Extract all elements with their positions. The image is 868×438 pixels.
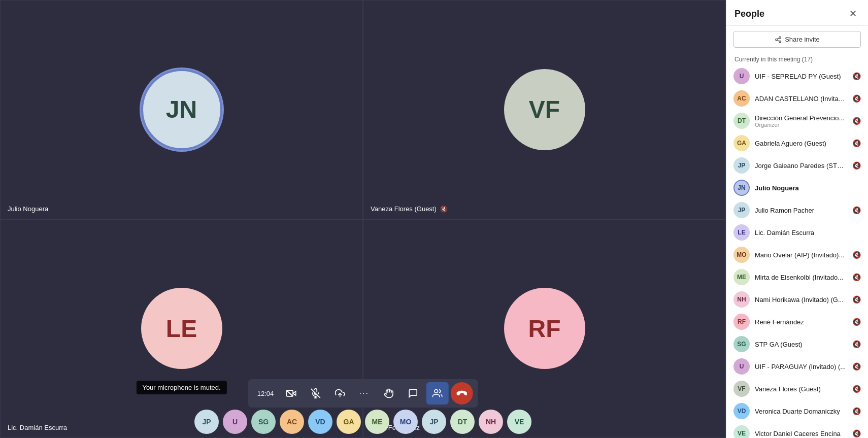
participant-item[interactable]: AC ADAN CASTELLANO (Invitad... 🔇 [726, 87, 868, 110]
participant-muted-icon: 🔇 [852, 161, 861, 170]
end-call-button[interactable] [450, 382, 473, 405]
share-button[interactable] [328, 382, 351, 405]
participant-name: René Fernández [755, 318, 847, 326]
participant-muted-icon: 🔇 [852, 94, 861, 103]
thumb-jp2[interactable]: JP [422, 410, 446, 434]
participant-name: Vaneza Flores (Guest) [755, 385, 847, 393]
participant-list: U UIF - SEPRELAD PY (Guest) 🔇 AC ADAN CA… [726, 65, 868, 438]
thumb-vd[interactable]: VD [308, 410, 332, 434]
mic-button[interactable] [304, 382, 326, 405]
mic-muted-tooltip: Your microphone is muted. [136, 381, 226, 394]
participant-name: Julio Noguera [755, 184, 861, 192]
raise-hand-button[interactable] [377, 382, 399, 405]
participant-avatar: JP [733, 202, 750, 218]
participant-avatar: DT [733, 113, 750, 129]
thumb-mo[interactable]: MO [393, 410, 418, 434]
participant-item[interactable]: DT Dirección General Prevencio... Organi… [726, 110, 868, 132]
participant-name: Nami Horikawa (Invitado) (G... [755, 296, 847, 304]
participant-muted-icon: 🔇 [852, 273, 861, 281]
more-button[interactable]: ··· [353, 382, 375, 405]
participant-info: Mirta de Eisenkolbl (Invitado... [755, 274, 847, 281]
thumb-ga[interactable]: GA [337, 410, 361, 434]
avatar-le: LE [141, 288, 222, 369]
participant-name: Mario Ovelar (AIP) (Invitado)... [755, 251, 847, 259]
participant-info: UIF - PARAGUAY (Invitado) (... [755, 363, 847, 370]
participant-muted-icon: 🔇 [852, 206, 861, 214]
participant-name: Veronica Duarte Domaniczky [755, 408, 847, 415]
participant-name: Victor Daniel Caceres Encina [755, 430, 847, 437]
participant-avatar: AC [733, 90, 750, 107]
participant-muted-icon: 🔇 [852, 72, 861, 80]
participant-name: Lic. Damián Escurra [755, 229, 861, 237]
name-jn: Julio Noguera [8, 205, 48, 213]
participant-name: Jorge Galeano Paredes (STP)... [755, 162, 847, 170]
camera-button[interactable] [280, 382, 302, 405]
participant-muted-icon: 🔇 [852, 318, 861, 326]
close-panel-button[interactable]: ✕ [846, 7, 860, 20]
panel-title: People [735, 9, 764, 19]
participant-name: Julio Ramon Pacher [755, 207, 847, 214]
participant-item[interactable]: U UIF - PARAGUAY (Invitado) (... 🔇 [726, 355, 868, 378]
people-button[interactable] [426, 382, 448, 405]
thumb-dt[interactable]: DT [450, 410, 475, 434]
participant-name: UIF - SEPRELAD PY (Guest) [755, 73, 847, 80]
participant-item[interactable]: JP Jorge Galeano Paredes (STP)... 🔇 [726, 154, 868, 177]
participant-item[interactable]: VE Victor Daniel Caceres Encina 🔇 [726, 422, 868, 438]
participant-muted-icon: 🔇 [852, 385, 861, 393]
participant-item[interactable]: JP Julio Ramon Pacher 🔇 [726, 199, 868, 221]
thumbnail-strip: JP U SG AC VD GA ME MO JP DT NH VE [0, 410, 726, 434]
participant-info: STP GA (Guest) [755, 341, 847, 348]
svg-point-6 [434, 390, 438, 393]
share-invite-button[interactable]: Share invite [733, 31, 861, 48]
thumb-nh[interactable]: NH [479, 410, 503, 434]
participant-info: Mario Ovelar (AIP) (Invitado)... [755, 251, 847, 259]
participant-item[interactable]: GA Gabriela Aguero (Guest) 🔇 [726, 132, 868, 154]
svg-line-11 [777, 38, 779, 39]
thumb-sg[interactable]: SG [251, 410, 276, 434]
participant-name: ADAN CASTELLANO (Invitad... [755, 95, 847, 103]
participant-item[interactable]: VF Vaneza Flores (Guest) 🔇 [726, 378, 868, 400]
thumb-ve[interactable]: VE [507, 410, 531, 434]
svg-point-8 [776, 39, 778, 41]
thumb-jp1[interactable]: JP [194, 410, 219, 434]
participant-muted-icon: 🔇 [852, 139, 861, 147]
participant-item[interactable]: SG STP GA (Guest) 🔇 [726, 333, 868, 355]
video-area: JN Julio Noguera VF Vaneza Flores (Guest… [0, 0, 726, 438]
controls-bar: 12:04 ··· [248, 379, 478, 408]
avatar-rf: RF [504, 288, 585, 369]
participant-item[interactable]: ME Mirta de Eisenkolbl (Invitado... 🔇 [726, 266, 868, 288]
participant-info: Gabriela Aguero (Guest) [755, 140, 847, 147]
participant-avatar: GA [733, 135, 750, 151]
thumb-me[interactable]: ME [365, 410, 389, 434]
participant-item[interactable]: NH Nami Horikawa (Invitado) (G... 🔇 [726, 288, 868, 311]
participant-info: Vaneza Flores (Guest) [755, 385, 847, 393]
participant-muted-icon: 🔇 [852, 362, 861, 370]
participant-avatar: NH [733, 291, 750, 308]
participant-item[interactable]: MO Mario Ovelar (AIP) (Invitado)... 🔇 [726, 244, 868, 266]
participant-item[interactable]: LE Lic. Damián Escurra [726, 221, 868, 244]
svg-point-7 [779, 37, 781, 39]
participant-name: UIF - PARAGUAY (Invitado) (... [755, 363, 847, 370]
video-cell-vf: VF Vaneza Flores (Guest) 🔇 [363, 0, 726, 219]
muted-icon-vf: 🔇 [440, 206, 448, 213]
participant-info: Jorge Galeano Paredes (STP)... [755, 162, 847, 170]
participant-item[interactable]: RF René Fernández 🔇 [726, 311, 868, 333]
participant-info: Dirección General Prevencio... Organizer [755, 114, 847, 128]
participant-avatar: VE [733, 425, 750, 438]
chat-button[interactable] [402, 382, 424, 405]
participant-avatar: VD [733, 403, 750, 419]
participant-avatar: JN [733, 180, 750, 196]
participant-avatar: U [733, 68, 750, 84]
participant-name: Dirección General Prevencio... [755, 114, 847, 122]
participant-muted-icon: 🔇 [852, 295, 861, 304]
participant-info: Veronica Duarte Domaniczky [755, 408, 847, 415]
participant-muted-icon: 🔇 [852, 117, 861, 125]
participant-item[interactable]: U UIF - SEPRELAD PY (Guest) 🔇 [726, 65, 868, 87]
participant-item[interactable]: VD Veronica Duarte Domaniczky 🔇 [726, 400, 868, 422]
video-grid: JN Julio Noguera VF Vaneza Flores (Guest… [0, 0, 726, 438]
participant-item[interactable]: JN Julio Noguera [726, 177, 868, 199]
thumb-ac[interactable]: AC [280, 410, 304, 434]
participant-muted-icon: 🔇 [852, 407, 861, 415]
thumb-u[interactable]: U [223, 410, 247, 434]
participant-muted-icon: 🔇 [852, 251, 861, 259]
